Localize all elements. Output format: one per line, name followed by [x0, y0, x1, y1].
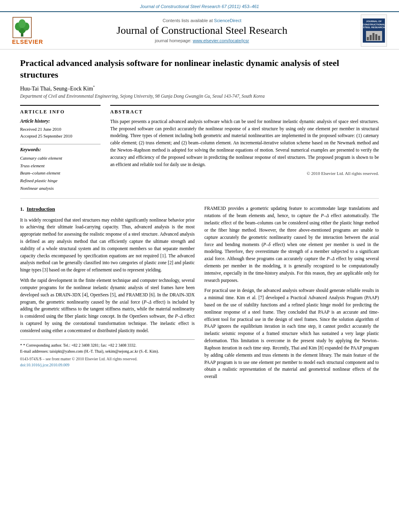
paper-title: Practical advanced analysis software for… — [20, 58, 379, 80]
article-history-label: Article history: — [20, 118, 101, 124]
journal-header: Journal of Constructional Steel Research… — [0, 0, 399, 12]
elsevier-text: ELSEVIER — [12, 39, 43, 45]
keyword-4: Refined plastic hinge — [20, 177, 101, 185]
sciencedirect-line: Contents lists available at ScienceDirec… — [43, 18, 361, 23]
journal-name-top: Journal of Constructional Steel Research… — [140, 4, 259, 9]
intro-para-1: It is widely recognized that steel struc… — [20, 217, 195, 274]
svg-rect-9 — [375, 34, 377, 40]
article-info: ARTICLE INFO Article history: Received 2… — [20, 105, 101, 192]
section1-title: Introduction — [27, 206, 55, 212]
keyword-3: Beam–column element — [20, 169, 101, 177]
footnote-email: E-mail addresses: taisipkt@yahoo.com (H.… — [20, 348, 195, 354]
journal-homepage: journal homepage: www.elsevier.com/locat… — [43, 38, 361, 43]
header-content: ELSEVIER Contents lists available at Sci… — [0, 12, 399, 49]
right-para-2: For practical use in design, the advance… — [204, 287, 379, 380]
received-date: Received 21 June 2010 — [20, 126, 101, 133]
main-content: Practical advanced analysis software for… — [0, 49, 399, 392]
abstract-title: ABSTRACT — [110, 109, 379, 115]
footnote-star: * * Corresponding author. Tel.: +82 2 34… — [20, 342, 195, 348]
footnote-star-sym: * — [20, 343, 23, 347]
article-abstract-section: ARTICLE INFO Article history: Received 2… — [20, 105, 379, 192]
keywords-label: Keywords: — [20, 147, 101, 153]
section1-heading: 1. Introduction — [20, 205, 195, 213]
article-dates: Received 21 June 2010 Accepted 25 Septem… — [20, 126, 101, 140]
svg-rect-10 — [378, 36, 380, 40]
abstract-text: This paper presents a practical advanced… — [110, 118, 379, 168]
doi-line: doi:10.1016/j.jcsr.2010.09.009 — [20, 362, 195, 368]
elsevier-logo: ELSEVIER — [12, 16, 43, 45]
footnote-area: * * Corresponding author. Tel.: +82 2 34… — [20, 339, 195, 368]
body-col-right: FRAME3D provides a geometric updating fe… — [204, 205, 379, 384]
keywords-section: Keywords: Catenary cable element Truss e… — [20, 144, 101, 192]
keyword-5: Nonlinear analysis — [20, 185, 101, 192]
journal-thumb-title: JOURNAL OFCONSTRUCTIONALSTEEL RESEARCH — [362, 20, 385, 29]
header-center: Contents lists available at ScienceDirec… — [43, 18, 361, 43]
svg-point-4 — [19, 19, 26, 28]
copyright-bottom: 0143-974X/$ – see front matter © 2010 El… — [20, 356, 195, 362]
affiliation: Department of Civil and Environmental En… — [20, 94, 379, 99]
right-para-1: FRAME3D provides a geometric updating fe… — [204, 205, 379, 284]
journal-title: Journal of Constructional Steel Research — [43, 25, 361, 37]
author-names: Huu-Tai Thai, Seung–Eock Kim* — [20, 86, 95, 92]
svg-rect-6 — [367, 37, 369, 40]
svg-rect-8 — [372, 33, 374, 40]
svg-rect-7 — [370, 35, 372, 40]
section1-num: 1. — [20, 206, 24, 212]
body-two-col: 1. Introduction It is widely recognized … — [20, 205, 379, 384]
intro-para-2: With the rapid development in the finite… — [20, 277, 195, 335]
body-col-left: 1. Introduction It is widely recognized … — [20, 205, 195, 384]
journal-thumb: JOURNAL OFCONSTRUCTIONALSTEEL RESEARCH — [361, 14, 387, 47]
authors: Huu-Tai Thai, Seung–Eock Kim* — [20, 85, 379, 92]
abstract-copyright: © 2010 Elsevier Ltd. All rights reserved… — [110, 171, 379, 176]
sciencedirect-link[interactable]: ScienceDirect — [214, 18, 241, 23]
journal-thumb-box: JOURNAL OFCONSTRUCTIONALSTEEL RESEARCH — [363, 18, 385, 43]
accepted-date: Accepted 25 September 2010 — [20, 133, 101, 140]
elsevier-tree-icon — [12, 16, 32, 39]
author-star-sup: * — [93, 85, 95, 89]
elsevier-box — [12, 16, 32, 39]
homepage-label: journal homepage: — [155, 38, 191, 43]
contents-text: Contents lists available at — [162, 18, 213, 23]
homepage-link[interactable]: www.elsevier.com/locate/jcsr — [193, 38, 249, 43]
page: Journal of Constructional Steel Research… — [0, 0, 399, 392]
keyword-1: Catenary cable element — [20, 154, 101, 162]
thumb-chart-icon — [366, 31, 382, 41]
keyword-2: Truss element — [20, 162, 101, 170]
abstract-section: ABSTRACT This paper presents a practical… — [110, 105, 379, 192]
section-divider — [20, 198, 379, 199]
article-info-title: ARTICLE INFO — [20, 109, 101, 115]
journal-thumb-image — [366, 31, 382, 41]
